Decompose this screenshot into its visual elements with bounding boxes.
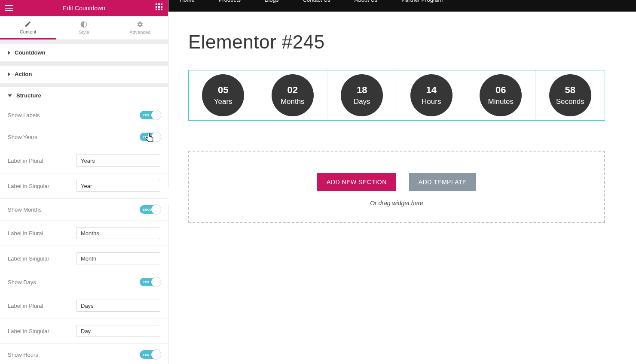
- countdown-value: 05: [218, 85, 228, 96]
- spacer: [0, 61, 168, 66]
- countdown-label: Years: [214, 97, 232, 106]
- accordion-countdown[interactable]: Countdown: [0, 44, 168, 61]
- toggle-knob: [151, 350, 161, 359]
- tab-advanced[interactable]: Advanced: [112, 16, 168, 39]
- row-show-months: Show Months SHOW: [0, 199, 168, 221]
- countdown-circle-days: 18 Days: [341, 74, 383, 116]
- countdown-cell: 02 Months: [258, 70, 328, 120]
- years-plural-label: Label in Plural: [8, 158, 43, 164]
- toggle-knob: [151, 110, 161, 120]
- months-plural-input[interactable]: [76, 227, 160, 239]
- accordion-structure[interactable]: Structure: [0, 87, 168, 104]
- show-days-label: Show Days: [8, 279, 36, 285]
- drop-zone[interactable]: ADD NEW SECTION ADD TEMPLATE Or drag wid…: [188, 151, 605, 223]
- days-singular-input[interactable]: [76, 325, 160, 337]
- drop-zone-buttons: ADD NEW SECTION ADD TEMPLATE: [317, 173, 476, 191]
- nav-item[interactable]: Blogs: [265, 0, 279, 3]
- days-plural-input[interactable]: [76, 300, 160, 312]
- show-labels-toggle[interactable]: YES: [140, 111, 160, 119]
- show-years-label: Show Years: [8, 134, 37, 140]
- add-new-section-button[interactable]: ADD NEW SECTION: [317, 173, 396, 191]
- countdown-cell: 18 Days: [327, 70, 397, 120]
- months-singular-input[interactable]: [76, 252, 160, 264]
- structure-content: Show Labels YES Show Years YES: [0, 104, 168, 364]
- site-top-nav: Home Products Blogs Contact Us About Us …: [168, 0, 636, 12]
- countdown-circle-hours: 14 Hours: [410, 74, 453, 116]
- countdown-cell: 14 Hours: [397, 70, 467, 120]
- countdown-value: 58: [565, 85, 575, 96]
- editor-sidebar: Edit Countdown Content Style Advanced: [0, 0, 168, 364]
- menu-icon[interactable]: [4, 3, 14, 13]
- pencil-icon: [24, 21, 31, 27]
- years-plural-input[interactable]: [76, 155, 160, 167]
- tab-style[interactable]: Style: [56, 16, 112, 39]
- row-show-years: Show Years YES: [0, 126, 168, 148]
- countdown-label: Seconds: [556, 97, 584, 106]
- page-title: Elementor #245: [188, 31, 605, 53]
- accordion-action-label: Action: [15, 71, 32, 77]
- nav-item[interactable]: Home: [180, 0, 195, 3]
- spacer: [0, 83, 168, 87]
- countdown-circle-months: 02 Months: [272, 74, 314, 116]
- show-days-toggle[interactable]: YES: [140, 278, 160, 286]
- row-days-plural: Label in Plural: [0, 293, 168, 318]
- show-hours-label: Show Hours: [8, 352, 38, 358]
- countdown-label: Minutes: [488, 97, 514, 106]
- countdown-widget[interactable]: 05 Years 02 Months 18 Days: [188, 70, 605, 121]
- show-years-toggle[interactable]: YES: [140, 133, 160, 141]
- toggle-knob: [151, 205, 161, 214]
- row-years-plural: Label in Plural: [0, 148, 168, 173]
- nav-item[interactable]: Products: [219, 0, 241, 3]
- months-singular-label: Label in Singular: [8, 255, 49, 262]
- row-months-singular: Label in Singular: [0, 246, 168, 271]
- countdown-cell: 58 Seconds: [536, 70, 605, 120]
- nav-item[interactable]: Partner Program: [401, 0, 443, 3]
- sidebar-header: Edit Countdown: [0, 0, 168, 16]
- gear-icon: [137, 21, 144, 28]
- panel-body[interactable]: Countdown Action Structure Show Labels Y…: [0, 40, 168, 364]
- show-labels-label: Show Labels: [8, 112, 40, 118]
- countdown-circle-minutes: 06 Minutes: [480, 74, 522, 116]
- countdown-label: Hours: [422, 97, 441, 106]
- countdown-value: 06: [495, 85, 506, 96]
- nav-item[interactable]: Contact Us: [303, 0, 330, 3]
- add-template-button[interactable]: ADD TEMPLATE: [409, 173, 476, 191]
- toggle-state-label: YES: [143, 281, 150, 284]
- tab-style-label: Style: [79, 30, 89, 35]
- years-singular-input[interactable]: [76, 180, 160, 192]
- preview-main: Home Products Blogs Contact Us About Us …: [168, 0, 636, 364]
- toggle-state-label: YES: [143, 136, 150, 139]
- drop-zone-hint: Or drag widget here: [370, 200, 423, 206]
- countdown-circle-seconds: 58 Seconds: [549, 74, 591, 116]
- tab-content[interactable]: Content: [0, 16, 56, 39]
- countdown-value: 14: [426, 85, 437, 96]
- years-singular-label: Label in Singular: [8, 183, 49, 189]
- chevron-right-icon: [8, 72, 10, 76]
- panel-tabs: Content Style Advanced: [0, 16, 168, 40]
- nav-item[interactable]: About Us: [355, 0, 377, 3]
- contrast-icon: [80, 21, 87, 28]
- row-show-labels: Show Labels YES: [0, 104, 168, 126]
- accordion-countdown-label: Countdown: [15, 49, 45, 56]
- widgets-grid-icon[interactable]: [154, 3, 164, 13]
- toggle-state-label: YES: [143, 353, 150, 356]
- countdown-cell: 06 Minutes: [466, 70, 536, 120]
- page-content: Elementor #245 05 Years 02 Months: [168, 12, 636, 223]
- show-hours-toggle[interactable]: YES: [140, 350, 160, 359]
- sidebar-title: Edit Countdown: [0, 5, 168, 12]
- row-days-singular: Label in Singular: [0, 318, 168, 344]
- show-months-toggle[interactable]: SHOW: [140, 205, 160, 214]
- countdown-label: Days: [354, 97, 370, 106]
- countdown-value: 18: [357, 85, 367, 96]
- accordion-action[interactable]: Action: [0, 66, 168, 83]
- days-singular-label: Label in Singular: [8, 328, 49, 334]
- countdown-cell: 05 Years: [189, 70, 258, 120]
- row-show-hours: Show Hours YES: [0, 344, 168, 364]
- countdown-label: Months: [281, 97, 305, 106]
- show-months-label: Show Months: [8, 206, 42, 213]
- days-plural-label: Label in Plural: [8, 303, 43, 309]
- toggle-knob: [151, 132, 161, 142]
- spacer: [0, 40, 168, 44]
- row-show-days: Show Days YES: [0, 271, 168, 293]
- row-months-plural: Label in Plural: [0, 221, 168, 246]
